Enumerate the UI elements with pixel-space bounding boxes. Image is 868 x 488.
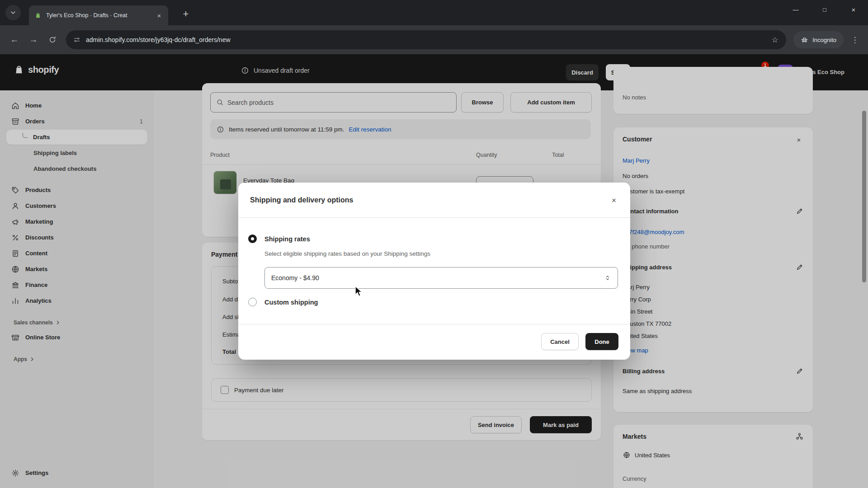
shipping-rates-label: Shipping rates	[264, 235, 310, 243]
mouse-cursor	[354, 286, 365, 298]
shipping-options-modal: Shipping and delivery options × Shipping…	[238, 183, 630, 360]
incognito-badge: Incognito	[793, 31, 844, 48]
shipping-rates-option[interactable]: Shipping rates	[248, 235, 310, 243]
window-controls: — □ ×	[781, 0, 868, 19]
screen: Tyler's Eco Shop · Drafts · Creat × + — …	[0, 0, 868, 488]
modal-title: Shipping and delivery options	[250, 196, 353, 204]
minimize-icon[interactable]: —	[781, 0, 810, 19]
bookmark-star-icon[interactable]: ☆	[767, 32, 783, 47]
site-info-icon[interactable]	[73, 36, 80, 43]
shipping-rates-radio[interactable]	[248, 235, 257, 243]
incognito-label: Incognito	[812, 37, 836, 43]
maximize-icon[interactable]: □	[810, 0, 839, 19]
tab-search-chevron-icon[interactable]	[5, 5, 21, 20]
back-icon[interactable]: ←	[5, 31, 24, 49]
browser-tab-strip: Tyler's Eco Shop · Drafts · Creat × + — …	[0, 0, 868, 25]
modal-header: Shipping and delivery options ×	[238, 183, 630, 218]
address-bar[interactable]: admin.shopify.com/store/jy63jq-dc/draft_…	[66, 30, 786, 49]
modal-footer: Cancel Done	[238, 324, 630, 360]
new-tab-button[interactable]: +	[179, 7, 193, 21]
select-chevrons-icon	[604, 274, 611, 282]
custom-shipping-option[interactable]: Custom shipping	[248, 298, 318, 306]
shipping-rates-description: Select eligible shipping rates based on …	[264, 250, 430, 257]
browser-tab[interactable]: Tyler's Eco Shop · Drafts · Creat ×	[29, 5, 168, 25]
done-button[interactable]: Done	[585, 333, 618, 350]
incognito-icon	[801, 36, 808, 44]
custom-shipping-radio[interactable]	[248, 298, 257, 306]
shipping-rate-select[interactable]: Economy - $4.90	[264, 267, 618, 289]
reload-icon[interactable]	[43, 31, 61, 49]
shopify-favicon	[34, 12, 42, 19]
custom-shipping-label: Custom shipping	[264, 299, 318, 306]
tab-close-icon[interactable]: ×	[155, 11, 164, 20]
tab-title: Tyler's Eco Shop · Drafts · Creat	[46, 12, 150, 19]
cancel-button[interactable]: Cancel	[541, 333, 579, 350]
forward-icon[interactable]: →	[24, 31, 42, 49]
shopify-admin: shopify Unsaved draft order Discard Save…	[0, 54, 868, 488]
browser-menu-icon[interactable]: ⋮	[847, 31, 863, 49]
url-text[interactable]: admin.shopify.com/store/jy63jq-dc/draft_…	[86, 36, 762, 43]
close-icon[interactable]: ×	[839, 0, 868, 19]
modal-close-icon[interactable]: ×	[608, 194, 620, 207]
browser-toolbar: ← → admin.shopify.com/store/jy63jq-dc/dr…	[0, 25, 868, 54]
shipping-rate-select-value: Economy - $4.90	[271, 274, 319, 282]
